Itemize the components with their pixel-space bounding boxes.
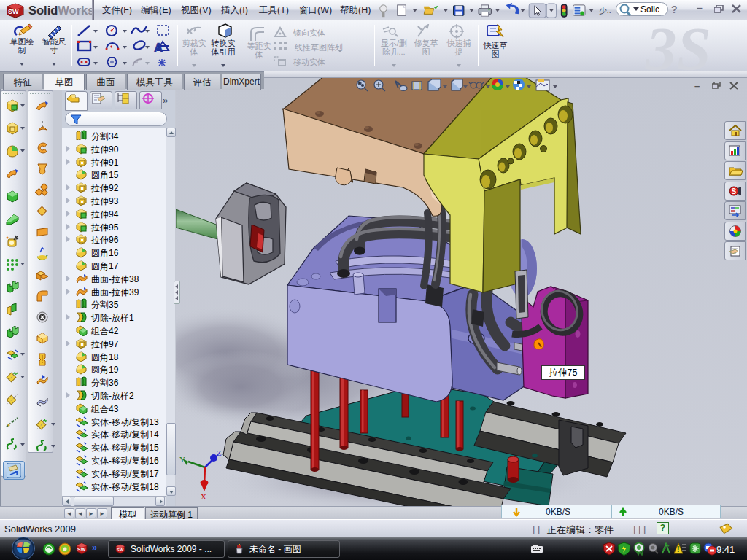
- svg-text:Y: Y: [179, 455, 185, 464]
- svg-text:SW: SW: [77, 547, 86, 552]
- svg-text:Z: Z: [217, 448, 222, 457]
- svg-text:Solic: Solic: [640, 4, 659, 15]
- svg-text:X: X: [201, 492, 206, 501]
- svg-text:S: S: [732, 187, 737, 195]
- svg-text:少..: 少..: [599, 6, 611, 15]
- svg-text:SW: SW: [117, 548, 124, 552]
- svg-text:!: !: [677, 545, 679, 553]
